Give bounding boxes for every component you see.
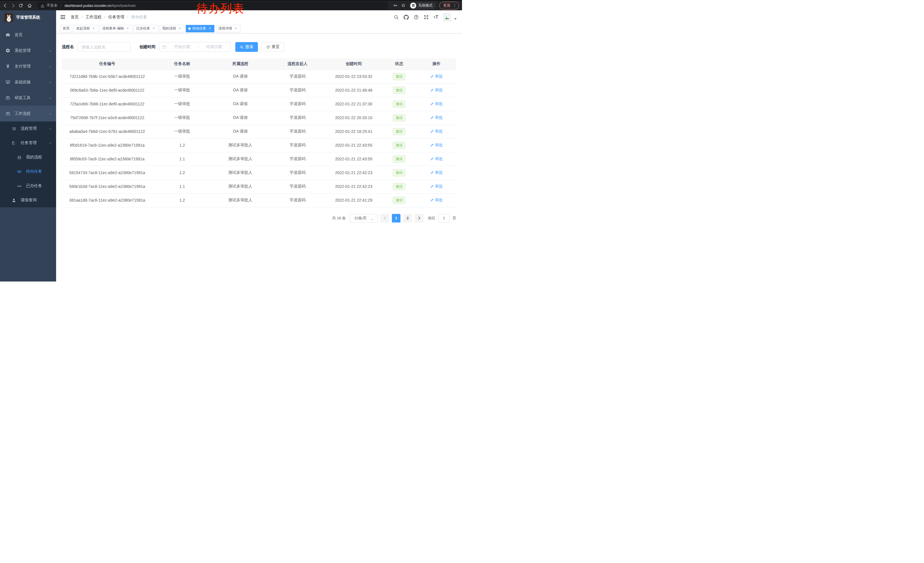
sidebar-fold-icon[interactable]	[60, 14, 66, 20]
cell-process: OA 请假	[212, 125, 269, 138]
cell-status: 激活	[381, 111, 417, 125]
github-icon[interactable]	[404, 15, 409, 20]
approve-link[interactable]: 审批	[430, 74, 443, 79]
breadcrumb-task-mgmt[interactable]: 任务管理	[108, 15, 124, 20]
sidebar-item-process-mgmt[interactable]: 流程管理	[0, 122, 56, 136]
cell-created: 2022-01-21 22:43:55	[326, 152, 381, 166]
key-icon[interactable]	[393, 3, 398, 8]
back-icon[interactable]	[3, 3, 8, 8]
tab-close-icon[interactable]: ×	[92, 27, 96, 31]
todo-task-table: 任务编号 任务名称 所属流程 流程发起人 创建时间 状态 操作 73211d9d…	[62, 59, 456, 207]
status-badge: 激活	[393, 197, 405, 204]
cell-process: OA 请假	[212, 70, 269, 83]
cell-task-name: 1.2	[153, 193, 212, 207]
approve-link[interactable]: 审批	[430, 198, 443, 203]
tab-process-form-edit[interactable]: 流程表单-编辑×	[100, 25, 132, 32]
page-button-2[interactable]: 2	[404, 214, 412, 222]
tab-done-tasks[interactable]: 已办任务×	[134, 25, 158, 32]
sidebar-item-system[interactable]: 系统管理	[0, 43, 56, 59]
search-button[interactable]: 搜索	[235, 42, 258, 52]
prev-page-button[interactable]	[380, 214, 389, 222]
avatar[interactable]	[443, 13, 451, 21]
tab-home[interactable]: 首页	[60, 25, 72, 32]
bookmark-star-icon[interactable]	[401, 3, 406, 8]
breadcrumb-workflow[interactable]: 工作流程	[86, 15, 102, 20]
font-size-icon[interactable]: TT	[434, 15, 438, 20]
cell-action: 审批	[417, 180, 456, 193]
sidebar-item-leave-query[interactable]: 请假查询	[0, 193, 56, 207]
approve-link[interactable]: 审批	[430, 88, 443, 93]
tab-start-process[interactable]: 发起流程×	[74, 25, 98, 32]
cell-action: 审批	[417, 138, 456, 152]
cell-starter: 芋道源码	[269, 125, 326, 138]
sidebar-item-label: 系统管理	[15, 48, 31, 53]
next-page-button[interactable]	[415, 214, 423, 222]
cell-created: 2022-01-22 21:37:30	[326, 97, 381, 111]
sidebar-item-infra[interactable]: 基础设施	[0, 74, 56, 90]
avatar-caret-icon[interactable]	[454, 16, 457, 18]
sidebar-item-done-tasks[interactable]: 已办任务	[0, 179, 56, 193]
sidebar-item-workflow[interactable]: 工作流程	[0, 106, 56, 122]
approve-link[interactable]: 审批	[430, 129, 443, 134]
process-name-input[interactable]	[78, 42, 131, 52]
sidebar-item-my-process[interactable]: 我的流程	[0, 150, 56, 164]
tab-close-icon[interactable]: ×	[234, 27, 238, 31]
approve-label: 审批	[435, 74, 443, 79]
page-size-select[interactable]: 10条/页	[350, 214, 378, 222]
range-separator: -	[197, 45, 200, 49]
cell-status: 激活	[381, 193, 417, 207]
breadcrumb-current: 待办任务	[131, 15, 147, 20]
sidebar-item-label: 我的流程	[26, 155, 42, 160]
browser-menu-icon[interactable]	[453, 3, 456, 8]
chrome-update-button[interactable]: 更新	[440, 2, 459, 9]
tab-todo-tasks[interactable]: 待办任务×	[186, 25, 214, 32]
incognito-badge[interactable]: 无痕模式	[409, 2, 436, 9]
help-icon[interactable]	[414, 15, 419, 20]
sidebar-item-task-mgmt[interactable]: 任务管理	[0, 136, 56, 150]
tab-my-process[interactable]: 我的流程×	[160, 25, 184, 32]
table-row: 73211d9d-7b9b-11ec-b5b7-acde48001122 一级审…	[62, 70, 456, 83]
page-button-1[interactable]: 1	[392, 214, 400, 222]
briefcase-icon	[6, 111, 10, 116]
search-icon[interactable]	[394, 15, 399, 20]
tab-process-detail[interactable]: 流程详情×	[216, 25, 240, 32]
approve-link[interactable]: 审批	[430, 101, 443, 107]
tab-close-icon[interactable]: ×	[178, 27, 182, 31]
tab-close-icon[interactable]: ×	[152, 27, 156, 31]
approve-link[interactable]: 审批	[430, 156, 443, 162]
approve-label: 审批	[435, 184, 443, 189]
approve-link[interactable]: 审批	[430, 170, 443, 175]
date-range-picker[interactable]: 开始日期 - 结束日期	[159, 42, 231, 52]
tab-label: 流程详情	[218, 26, 232, 31]
tab-close-icon[interactable]: ×	[126, 27, 130, 31]
approve-link[interactable]: 审批	[430, 115, 443, 120]
tab-close-icon[interactable]: ×	[208, 27, 212, 31]
cell-starter: 芋道源码	[269, 97, 326, 111]
approve-link[interactable]: 审批	[430, 184, 443, 189]
forward-icon[interactable]	[10, 3, 15, 8]
reset-button[interactable]: 重置	[262, 42, 284, 52]
home-icon[interactable]	[27, 3, 32, 8]
sidebar-item-home[interactable]: 首页	[0, 27, 56, 43]
address-bar[interactable]: 不安全 dashboard.yudao.iocoder.cn/bpm/task/…	[37, 2, 388, 9]
workflow-submenu: 流程管理 任务管理 我的流程	[0, 122, 56, 207]
chevron-down-icon	[49, 81, 52, 84]
cell-task-id: 725a1eb6-7b88-11ec-8ef0-acde48001122	[62, 97, 153, 111]
breadcrumb-home[interactable]: 首页	[71, 15, 79, 20]
sidebar-item-label: 支付管理	[15, 64, 31, 69]
goto-page-input[interactable]	[438, 214, 450, 222]
cell-starter: 芋道源码	[269, 70, 326, 83]
main-content: 流程名 创建时间 开始日期 - 结束日期 搜索 重置	[56, 34, 462, 281]
sidebar-item-devtools[interactable]: 研发工具	[0, 90, 56, 106]
sidebar-item-payment[interactable]: ¥ 支付管理	[0, 59, 56, 74]
app-header: 首页 / 工作流程 / 任务管理 / 待办任务 TT	[56, 10, 462, 24]
fullscreen-icon[interactable]	[424, 15, 429, 20]
cell-action: 审批	[417, 193, 456, 207]
status-badge: 激活	[393, 169, 405, 176]
col-status: 状态	[381, 59, 417, 70]
approve-link[interactable]: 审批	[430, 143, 443, 148]
reload-icon[interactable]	[18, 3, 23, 8]
breadcrumb-separator: /	[82, 15, 83, 19]
sidebar-item-todo-tasks[interactable]: 待办任务	[0, 164, 56, 179]
app-logo-row[interactable]: 芋道管理系统	[0, 10, 56, 25]
